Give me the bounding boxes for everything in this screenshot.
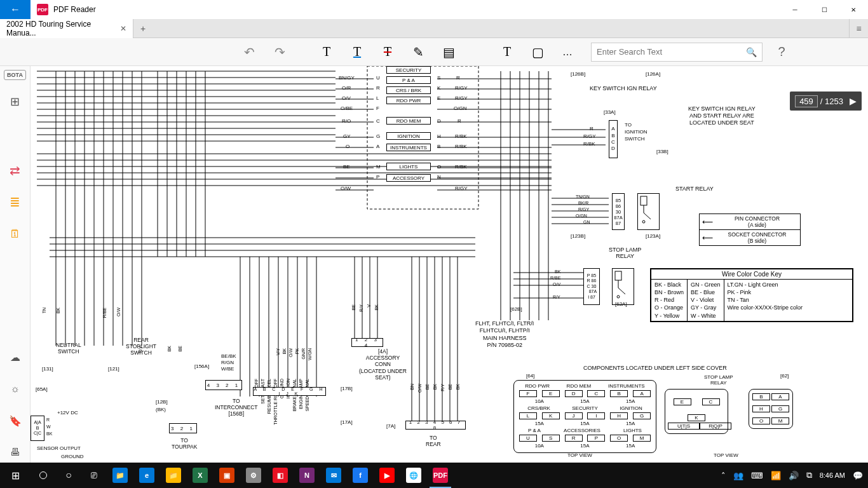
tool-group-history: ↶ ↷ <box>241 44 287 60</box>
taskbar-app-icon[interactable]: ▣ <box>214 463 240 488</box>
neutral-switch-label: NEUTRALSWITCH <box>56 342 81 355</box>
underline-button[interactable]: T <box>349 44 365 60</box>
taskbar-app-icon[interactable]: PDF <box>427 463 454 488</box>
start-button[interactable]: ⊞ <box>0 463 31 488</box>
tab-document[interactable]: 2002 HD Touring Service Manua... ✕ <box>0 19 133 38</box>
taskbar-app-icon[interactable]: 📁 <box>107 463 133 488</box>
cortana-button[interactable]: ○ <box>56 463 81 488</box>
tray-wifi-icon[interactable]: 📶 <box>771 471 781 480</box>
tool-group-annotate: T T T ✎ ▤ T ▢ … <box>319 44 576 60</box>
wire-label: O/GN <box>454 105 466 111</box>
wire-label: R/O <box>342 118 351 124</box>
tray-teams-icon[interactable]: 👥 <box>733 471 743 480</box>
search-icon[interactable]: 🔍 <box>746 47 757 57</box>
fuse-rdomem: RDO MEM <box>386 117 431 125</box>
tp-pins: 3 2 1 <box>169 423 197 433</box>
schedule-icon[interactable]: 🗓 <box>5 224 25 244</box>
total-pages: 1253 <box>825 97 843 106</box>
print-button[interactable]: 🖶 <box>5 442 25 463</box>
ign-label: IGNITION <box>625 129 648 135</box>
acc-wire: BK <box>374 304 379 310</box>
brightness-button[interactable]: ☼ <box>5 379 25 399</box>
taskbar-app-icon[interactable]: N <box>294 463 320 488</box>
current-page[interactable]: 459 <box>795 95 818 107</box>
wire-label: R <box>458 118 461 124</box>
sensor-output: SENSOR OUTPUT <box>37 445 81 451</box>
conn-123b: [123B] <box>571 233 585 239</box>
swap-icon[interactable]: ⇄ <box>5 160 25 180</box>
next-page-arrow[interactable]: ▶ <box>850 96 857 106</box>
vlabel2: BK <box>282 348 287 354</box>
sensor-pin-bk: BK <box>46 431 52 436</box>
page-indicator[interactable]: 459 / 1253 ▶ <box>790 92 862 111</box>
minimize-button[interactable]: ─ <box>780 0 810 19</box>
maximize-button[interactable]: ☐ <box>810 0 839 19</box>
conn-156a: [156A] <box>194 363 209 369</box>
slr-wire: BK <box>555 269 560 274</box>
taskbar-app-icon[interactable]: 📁 <box>160 463 187 488</box>
note-button[interactable]: ▤ <box>441 44 456 60</box>
taskbar-app-icon[interactable]: X <box>187 463 214 488</box>
taskbar-app-icon[interactable]: 🌐 <box>400 463 427 488</box>
fuse-ignition: IGNITION <box>386 132 431 140</box>
page-content[interactable]: 459 / 1253 ▶ <box>31 66 868 463</box>
tray-touch-icon[interactable]: ⌨ <box>751 471 763 480</box>
cloud-button[interactable]: ☁ <box>5 347 25 367</box>
taskbar-app-icon[interactable]: ✉ <box>320 463 347 488</box>
task-view-button[interactable]: ⎚ <box>81 463 107 488</box>
form-button[interactable]: ▢ <box>530 44 545 60</box>
tray-lang-icon[interactable]: ⧉ <box>806 470 812 480</box>
pin-label: G <box>376 133 380 139</box>
notifications-icon[interactable]: 💬 <box>853 471 863 480</box>
pin-label: H <box>437 133 441 139</box>
search-input[interactable] <box>597 47 746 57</box>
bota-button[interactable]: BOTA <box>4 70 26 80</box>
vlabel2: W/GN <box>308 348 312 360</box>
undo-button[interactable]: ↶ <box>241 44 257 60</box>
taskbar-app-icon[interactable]: ▶ <box>374 463 400 488</box>
fuseblock-62-left: EC K U|T|SR|Q|P <box>665 389 728 434</box>
taskbar-app-icon[interactable]: ⚙ <box>240 463 267 488</box>
back-button[interactable]: ← <box>0 0 31 19</box>
close-button[interactable]: ✕ <box>839 0 868 19</box>
draw-button[interactable]: ✎ <box>410 44 426 60</box>
pin-label: L <box>376 95 379 101</box>
rl-wire: O/W <box>417 384 422 393</box>
mid-block-pins: A B C D E F G H I J K <box>253 387 326 396</box>
tab-close-button[interactable]: ✕ <box>120 24 126 33</box>
tray-volume-icon[interactable]: 🔊 <box>789 471 799 480</box>
clock[interactable]: 8:46 AM <box>820 471 845 479</box>
ic-side-wire: BE <box>178 346 182 351</box>
tourpak-label: TOTOURPAK <box>172 437 197 450</box>
tab-settings-button[interactable]: ≡ <box>849 19 868 38</box>
new-tab-button[interactable]: + <box>133 19 153 38</box>
highlight-button[interactable]: T <box>319 44 334 60</box>
text-button[interactable]: T <box>499 44 515 60</box>
fb64-view: TOP VIEW <box>567 452 592 458</box>
stack-icon[interactable]: ≣ <box>5 192 25 212</box>
more-button[interactable]: … <box>560 44 576 60</box>
vlabel2: O/W <box>288 348 293 357</box>
taskbar-app-icon[interactable]: f <box>347 463 374 488</box>
pin-label: K <box>437 85 440 91</box>
color-key-title: Wire Color Code Key <box>651 269 852 280</box>
help-button[interactable]: ? <box>769 43 794 62</box>
system-tray: ˄ 👥 ⌨ 📶 🔊 ⧉ 8:46 AM 💬 <box>721 470 868 480</box>
conn-62: [62] <box>780 373 789 379</box>
slr-pins: P 85R 86C 30 87AI 87 <box>583 268 600 305</box>
wire-label: R/BK <box>455 133 467 139</box>
strikethrough-button[interactable]: T <box>380 44 395 60</box>
ign-switch-pins: AB CD <box>609 120 618 158</box>
bookmark-button[interactable]: 🔖 <box>5 410 25 431</box>
search-box[interactable]: 🔍 <box>591 43 763 62</box>
taskbar-search[interactable] <box>31 463 56 488</box>
tray-up-icon[interactable]: ˄ <box>721 471 726 480</box>
thumbnails-button[interactable]: ⊞ <box>5 92 25 112</box>
wire-label: BE <box>343 164 350 170</box>
conn-123a: [123A] <box>646 233 660 239</box>
taskbar-app-icon[interactable]: ◧ <box>267 463 294 488</box>
fuse-pa: P & A <box>386 76 431 84</box>
redo-button[interactable]: ↷ <box>272 44 287 60</box>
taskbar-app-icon[interactable]: e <box>133 463 160 488</box>
pin-label: N <box>437 174 441 180</box>
